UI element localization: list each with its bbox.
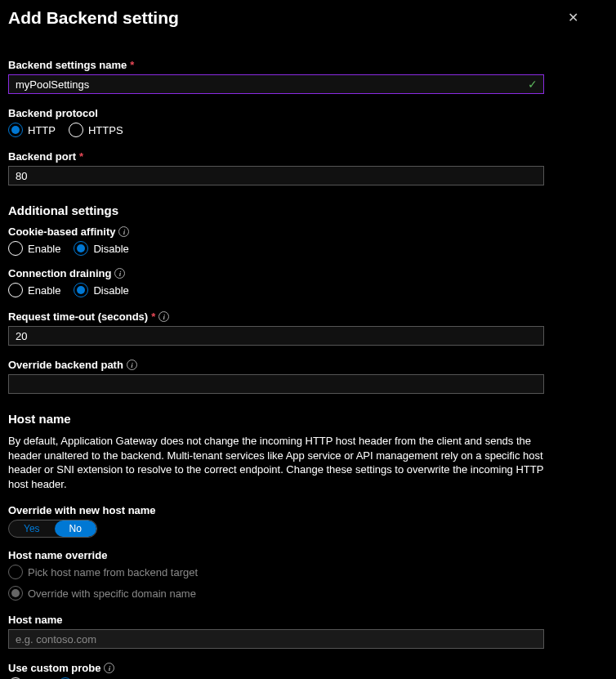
host-description: By default, Application Gateway does not…	[8, 434, 556, 491]
info-icon[interactable]: i	[114, 268, 125, 279]
name-label: Backend settings name*	[8, 59, 583, 71]
page-title: Add Backend setting	[8, 8, 179, 28]
probe-label: Use custom probe i	[8, 662, 583, 674]
timeout-input[interactable]	[8, 326, 544, 346]
override-host-toggle[interactable]: Yes No	[8, 520, 97, 538]
override-host-yes[interactable]: Yes	[9, 520, 55, 537]
drain-label: Connection draining i	[8, 267, 583, 279]
cookie-disable-radio[interactable]: Disable	[74, 241, 128, 256]
info-icon[interactable]: i	[127, 360, 137, 370]
check-icon: ✓	[528, 78, 538, 91]
override-host-label: Override with new host name	[8, 504, 583, 516]
cookie-enable-radio[interactable]: Enable	[8, 241, 60, 256]
timeout-label: Request time-out (seconds)* i	[8, 310, 583, 323]
port-label: Backend port*	[8, 150, 583, 163]
hostname-label: Host name	[8, 614, 583, 626]
host-override-pick-radio: Pick host name from backend target	[8, 565, 198, 579]
additional-heading: Additional settings	[8, 203, 583, 217]
info-icon[interactable]: i	[104, 663, 114, 673]
info-icon[interactable]: i	[158, 311, 169, 322]
override-host-no[interactable]: No	[55, 520, 96, 537]
port-input[interactable]	[8, 166, 544, 185]
host-heading: Host name	[8, 412, 583, 426]
hostname-input	[8, 629, 544, 649]
protocol-http-radio[interactable]: HTTP	[8, 123, 56, 137]
cookie-label: Cookie-based affinity i	[8, 226, 583, 238]
info-icon[interactable]: i	[118, 226, 129, 237]
close-icon[interactable]: ✕	[563, 8, 583, 27]
protocol-https-radio[interactable]: HTTPS	[69, 123, 123, 137]
protocol-label: Backend protocol	[8, 107, 583, 119]
drain-enable-radio[interactable]: Enable	[8, 283, 60, 297]
name-input[interactable]	[8, 74, 544, 94]
override-path-input[interactable]	[8, 374, 544, 394]
host-override-label: Host name override	[8, 549, 583, 561]
host-override-domain-radio: Override with specific domain name	[8, 586, 196, 601]
drain-disable-radio[interactable]: Disable	[74, 283, 128, 297]
override-path-label: Override backend path i	[8, 359, 583, 371]
